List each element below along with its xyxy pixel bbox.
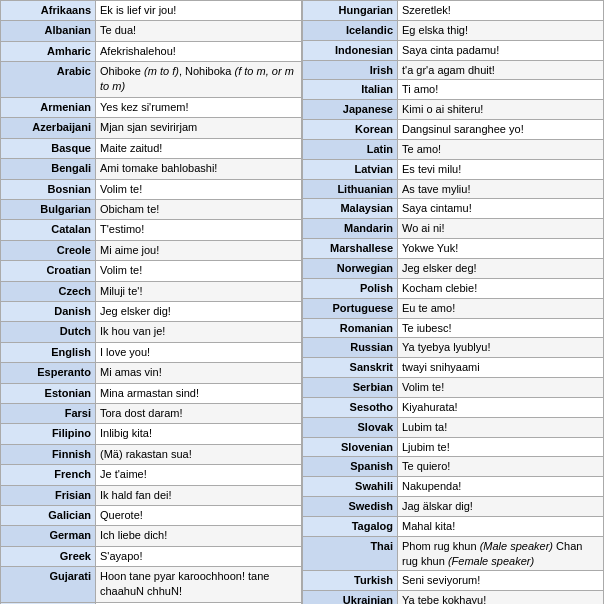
language-phrase: Seni seviyorum!: [398, 571, 604, 591]
table-row: LithuanianAs tave myliu!: [303, 179, 604, 199]
table-row: ArabicOhiboke (m to f), Nohiboka (f to m…: [1, 62, 302, 98]
language-phrase: Eg elska thig!: [398, 20, 604, 40]
language-name: English: [1, 342, 96, 362]
table-row: LatinTe amo!: [303, 139, 604, 159]
table-row: PortugueseEu te amo!: [303, 298, 604, 318]
language-phrase: Kocham clebie!: [398, 278, 604, 298]
language-name: Gujarati: [1, 567, 96, 603]
language-name: Basque: [1, 138, 96, 158]
language-name: Romanian: [303, 318, 398, 338]
language-name: Norwegian: [303, 258, 398, 278]
language-name: Bosnian: [1, 179, 96, 199]
table-row: CreoleMi aime jou!: [1, 240, 302, 260]
language-name: Azerbaijani: [1, 118, 96, 138]
table-row: FrenchJe t'aime!: [1, 465, 302, 485]
language-phrase: I love you!: [96, 342, 302, 362]
table-row: BasqueMaite zaitud!: [1, 138, 302, 158]
table-row: NorwegianJeg elsker deg!: [303, 258, 604, 278]
language-phrase: t'a gr'a agam dhuit!: [398, 60, 604, 80]
table-row: TagalogMahal kita!: [303, 516, 604, 536]
language-phrase: Te quiero!: [398, 457, 604, 477]
language-name: Farsi: [1, 404, 96, 424]
language-phrase: As tave myliu!: [398, 179, 604, 199]
table-row: SlovenianLjubim te!: [303, 437, 604, 457]
language-phrase: Saya cintamu!: [398, 199, 604, 219]
table-row: HungarianSzeretlek!: [303, 1, 604, 21]
language-phrase: Volim te!: [96, 179, 302, 199]
language-name: French: [1, 465, 96, 485]
language-phrase: Te amo!: [398, 139, 604, 159]
language-phrase: Kiyahurata!: [398, 397, 604, 417]
language-phrase: (Mä) rakastan sua!: [96, 444, 302, 464]
table-row: CroatianVolim te!: [1, 261, 302, 281]
table-row: CatalanT'estimo!: [1, 220, 302, 240]
language-name: Latin: [303, 139, 398, 159]
language-name: Tagalog: [303, 516, 398, 536]
language-phrase: Miluji te'!: [96, 281, 302, 301]
language-phrase: Es tevi milu!: [398, 159, 604, 179]
table-row: FrisianIk hald fan dei!: [1, 485, 302, 505]
language-phrase: Maite zaitud!: [96, 138, 302, 158]
language-phrase: Wo ai ni!: [398, 219, 604, 239]
language-name: Latvian: [303, 159, 398, 179]
language-phrase: Saya cinta padamu!: [398, 40, 604, 60]
language-name: Portuguese: [303, 298, 398, 318]
language-name: Thai: [303, 536, 398, 571]
language-phrase: Hoon tane pyar karoochhoon! tane chaahuN…: [96, 567, 302, 603]
language-phrase: Dangsinul saranghee yo!: [398, 120, 604, 140]
table-row: CzechMiluji te'!: [1, 281, 302, 301]
language-name: Mandarin: [303, 219, 398, 239]
language-phrase: Je t'aime!: [96, 465, 302, 485]
language-phrase: Yes kez si'rumem!: [96, 97, 302, 117]
table-row: FarsiTora dost daram!: [1, 404, 302, 424]
table-row: SerbianVolim te!: [303, 378, 604, 398]
language-phrase: Mahal kita!: [398, 516, 604, 536]
language-name: Ukrainian: [303, 591, 398, 604]
table-row: SwahiliNakupenda!: [303, 477, 604, 497]
language-name: Danish: [1, 301, 96, 321]
table-row: LatvianEs tevi milu!: [303, 159, 604, 179]
language-name: Croatian: [1, 261, 96, 281]
table-row: KoreanDangsinul saranghee yo!: [303, 120, 604, 140]
table-row: TurkishSeni seviyorum!: [303, 571, 604, 591]
language-name: Bulgarian: [1, 199, 96, 219]
language-name: Frisian: [1, 485, 96, 505]
language-name: Turkish: [303, 571, 398, 591]
table-row: Sanskrittwayi snihyaami: [303, 358, 604, 378]
language-name: Icelandic: [303, 20, 398, 40]
table-row: AfrikaansEk is lief vir jou!: [1, 1, 302, 21]
language-name: Swedish: [303, 497, 398, 517]
language-name: Dutch: [1, 322, 96, 342]
table-row: SwedishJag älskar dig!: [303, 497, 604, 517]
language-phrase: Te iubesc!: [398, 318, 604, 338]
language-name: Indonesian: [303, 40, 398, 60]
table-row: BulgarianObicham te!: [1, 199, 302, 219]
language-phrase: S'ayapo!: [96, 546, 302, 566]
table-row: JapaneseKimi o ai shiteru!: [303, 100, 604, 120]
table-row: MalaysianSaya cintamu!: [303, 199, 604, 219]
table-row: EsperantoMi amas vin!: [1, 363, 302, 383]
language-name: Serbian: [303, 378, 398, 398]
language-phrase: Kimi o ai shiteru!: [398, 100, 604, 120]
table-row: DutchIk hou van je!: [1, 322, 302, 342]
language-name: Korean: [303, 120, 398, 140]
language-phrase: Mina armastan sind!: [96, 383, 302, 403]
language-name: Lithuanian: [303, 179, 398, 199]
table-row: ThaiPhom rug khun (Male speaker) Chan ru…: [303, 536, 604, 571]
table-row: AlbanianTe dua!: [1, 21, 302, 41]
language-name: German: [1, 526, 96, 546]
language-phrase: Volim te!: [96, 261, 302, 281]
language-name: Sanskrit: [303, 358, 398, 378]
language-phrase: Mi aime jou!: [96, 240, 302, 260]
table-row: AzerbaijaniMjan sjan sevirirjam: [1, 118, 302, 138]
language-phrase: Querote!: [96, 506, 302, 526]
language-name: Greek: [1, 546, 96, 566]
language-name: Estonian: [1, 383, 96, 403]
table-row: RussianYa tyebya lyublyu!: [303, 338, 604, 358]
language-phrase: Ik hald fan dei!: [96, 485, 302, 505]
language-name: Slovenian: [303, 437, 398, 457]
table-row: Finnish(Mä) rakastan sua!: [1, 444, 302, 464]
language-name: Swahili: [303, 477, 398, 497]
table-row: AmharicAfekrishalehou!: [1, 41, 302, 61]
language-name: Arabic: [1, 62, 96, 98]
